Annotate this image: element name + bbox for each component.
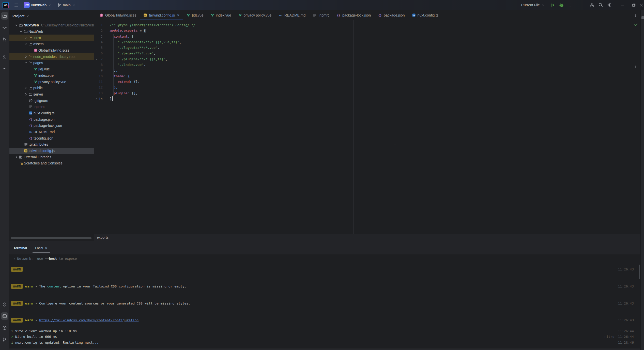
terminal-link[interactable]: https://tailwindcss.com/docs/content-con… <box>39 318 139 322</box>
code-line-2[interactable]: 2module.exports = { <box>94 28 640 34</box>
stripe-more-h-button[interactable] <box>1 65 8 72</box>
tree-item-tailwind-config-js[interactable]: JStailwind.config.js <box>9 148 94 154</box>
code-line-12[interactable]: 12 }, <box>94 85 640 90</box>
project-widget[interactable]: NW NuxtWeb <box>22 2 53 9</box>
tree-item-tsconfig-json[interactable]: {}tsconfig.json <box>9 135 94 141</box>
project-panel-header[interactable]: Project <box>9 12 94 20</box>
settings-button[interactable] <box>605 1 614 9</box>
terminal-text: - <box>33 318 39 322</box>
code-line-9[interactable]: 9 ], <box>94 68 640 73</box>
terminal-output[interactable]: → Network: use --host to exposeWARN11:26… <box>9 254 640 350</box>
code-token: . <box>122 29 124 33</box>
restore-button[interactable] <box>628 0 639 10</box>
code-line-3[interactable]: 3 content: [ <box>94 34 640 39</box>
code-line-5[interactable]: 5 "./layouts/**/*.vue", <box>94 45 640 51</box>
close-button[interactable] <box>639 0 644 10</box>
tree-item-server[interactable]: server <box>9 91 94 98</box>
terminal-text: content <box>47 284 61 288</box>
code-line-7[interactable]: 7 "./plugins/**/*.{js,ts}", <box>94 56 640 62</box>
notifications-icon[interactable] <box>641 16 644 19</box>
breadcrumb-item[interactable]: exports <box>97 235 109 239</box>
tree-item-nuxtweb[interactable]: NuxtWeb <box>9 28 94 35</box>
tree-item-label: index.vue <box>38 73 54 78</box>
tab-index-vue[interactable]: index.vue <box>207 10 235 20</box>
stripe-commit-button[interactable] <box>1 24 8 31</box>
tab-readme-md[interactable]: M↓README.md <box>275 10 309 20</box>
tab-package-lock-json[interactable]: {}package-lock.json <box>333 10 374 20</box>
terminal-scrollbar[interactable] <box>639 265 640 279</box>
code-line-6[interactable]: 6 "./pages/**/*.vue", <box>94 51 640 56</box>
tab-options-button[interactable] <box>632 10 639 20</box>
editor-caret <box>112 96 113 101</box>
main-menu-button[interactable] <box>13 2 20 9</box>
tree-item-gitattributes[interactable]: .gitattributes <box>9 141 94 148</box>
code-line-13[interactable]: 13 plugins: [], <box>94 90 640 96</box>
tree-item-privacy-policy-vue[interactable]: privacy policy.vue <box>9 79 94 85</box>
tree-item-label: assets <box>33 42 43 46</box>
code-line-8[interactable]: 8 "./index.vue", <box>94 62 640 68</box>
tree-item-public[interactable]: public <box>9 85 94 91</box>
more-actions-button[interactable] <box>566 1 574 9</box>
tree-item-nuxtweb[interactable]: NuxtWebC:\Users\yihan\Desktop\NuxtWeb <box>9 22 94 28</box>
stripe-structure-button[interactable] <box>1 53 8 60</box>
tab-id-vue[interactable]: [id].vue <box>183 10 207 20</box>
editor[interactable]: 1/** @type {import('tailwindcss').Config… <box>94 20 640 234</box>
tree-item-scratches-and-consoles[interactable]: Scratches and Consoles <box>9 160 94 166</box>
tree-item-gitignore[interactable]: .gitignore <box>9 97 94 104</box>
close-tab-icon[interactable]: × <box>177 13 179 17</box>
code-token: , <box>154 51 156 55</box>
tree-item-pages[interactable]: pages <box>9 60 94 66</box>
tree-item-package-json[interactable]: {}package.json <box>9 116 94 123</box>
tab-nuxt-config-ts[interactable]: TSnuxt.config.ts <box>408 10 442 20</box>
tab-package-json[interactable]: {}package.json <box>374 10 408 20</box>
run-button[interactable] <box>548 1 557 9</box>
tab-globaltailwind-scss[interactable]: SGlobalTailwind.scss <box>96 10 140 20</box>
tree-item-npmrc[interactable]: .npmrc <box>9 104 94 110</box>
titlebar-right: Current File <box>521 0 644 10</box>
terminal-tab-local[interactable]: Local × <box>34 241 48 254</box>
vcs-branch-widget[interactable]: main <box>56 2 77 9</box>
code-line-11[interactable]: 11 extend: {}, <box>94 79 640 85</box>
stripe-git-button[interactable] <box>1 336 8 343</box>
folder-excluded-icon <box>28 36 33 40</box>
tree-item-id-vue[interactable]: [id].vue <box>9 66 94 72</box>
tab-privacy-policy-vue[interactable]: privacy policy.vue <box>235 10 275 20</box>
tree-item-globaltailwind-scss[interactable]: SGlobalTailwind.scss <box>9 47 94 54</box>
project-horizontal-scrollbar[interactable] <box>11 237 91 239</box>
tree-item-readme-md[interactable]: M↓README.md <box>9 129 94 135</box>
minimize-button[interactable] <box>617 0 628 10</box>
tree-item-node-modules[interactable]: node_moduleslibrary root <box>9 53 94 60</box>
tab-tailwind-config-js[interactable]: JStailwind.config.js× <box>140 10 183 20</box>
run-configuration-selector[interactable]: Current File <box>521 3 545 7</box>
stripe-problems-button[interactable] <box>1 324 8 331</box>
code-token: , <box>144 63 146 67</box>
folder-excluded-icon <box>28 55 33 59</box>
tree-item-index-vue[interactable]: index.vue <box>9 72 94 79</box>
tree-item-external-libraries[interactable]: External Libraries <box>9 154 94 160</box>
chevron-down-icon <box>19 29 23 34</box>
code-line-14[interactable]: 14} <box>94 96 640 102</box>
code-with-me-button[interactable] <box>588 1 596 9</box>
scratches-icon <box>19 161 23 165</box>
tab-npmrc[interactable]: .npmrc <box>309 10 333 20</box>
tree-item-assets[interactable]: assets <box>9 41 94 47</box>
code-line-10[interactable]: 10 theme: { <box>94 73 640 79</box>
tree-item-nuxt[interactable]: .nuxt <box>9 35 94 41</box>
stripe-services-button[interactable] <box>1 301 8 308</box>
tree-item-label: NuxtWeb <box>28 29 43 34</box>
code-area[interactable]: 1/** @type {import('tailwindcss').Config… <box>94 22 640 102</box>
stripe-terminal-button[interactable] <box>1 312 8 320</box>
close-icon[interactable]: × <box>45 246 47 250</box>
tree-item-package-lock-json[interactable]: {}package-lock.json <box>9 123 94 129</box>
json-icon: {} <box>28 136 33 140</box>
code-line-1[interactable]: 1/** @type {import('tailwindcss').Config… <box>94 22 640 28</box>
text-cursor <box>393 144 396 150</box>
code-line-4[interactable]: 4 "./components/**/*.{js,vue,ts}", <box>94 39 640 45</box>
debug-button[interactable] <box>557 1 566 9</box>
search-everywhere-button[interactable] <box>596 1 605 9</box>
inspections-ok-icon[interactable] <box>634 22 638 27</box>
svg-text:{}: {} <box>29 124 32 127</box>
stripe-pull-requests-button[interactable] <box>1 36 8 43</box>
stripe-project-button[interactable] <box>1 12 8 20</box>
tree-item-nuxt-config-ts[interactable]: TSnuxt.config.ts <box>9 110 94 116</box>
